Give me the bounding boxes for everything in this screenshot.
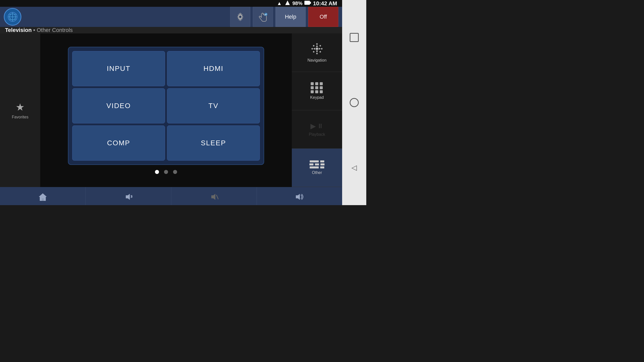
android-home-button[interactable] [347,95,362,110]
svg-rect-1 [304,1,310,5]
svg-marker-30 [211,194,215,200]
svg-line-31 [216,195,218,199]
wifi-icon: ▲ [277,1,282,6]
bottom-bar: HOME VOL- [0,187,342,205]
vol-down-button[interactable]: VOL- [86,187,171,205]
vol-down-icon [124,192,133,203]
svg-marker-26 [126,194,130,200]
settings-button[interactable] [230,7,250,27]
breadcrumb-main: Television [5,27,32,33]
navigation-label: Navigation [307,58,327,63]
keypad-icon [311,82,323,93]
android-nav-bar: ◁ [342,0,366,205]
right-sidebar: Navigation Keypad [292,33,342,187]
playback-label: Playback [309,132,325,137]
sleep-button[interactable]: SLEEP [167,125,260,161]
svg-point-16 [313,51,314,53]
keypad-label: Keypad [310,95,324,100]
sidebar-section-other[interactable]: Other [292,149,342,187]
square-icon [350,33,359,42]
svg-point-18 [313,45,314,47]
mute-button[interactable]: MUTE [171,187,257,205]
main-content: ★ Favorites INPUT HDMI VID [0,33,342,187]
off-button[interactable]: Off [308,7,338,27]
app-logo[interactable] [4,8,21,26]
help-button[interactable]: Help [275,7,306,27]
tv-button[interactable]: TV [167,88,260,123]
breadcrumb: Television • Other Controls [0,27,342,33]
hdmi-button[interactable]: HDMI [167,51,260,86]
home-label: HOME [36,205,49,205]
home-button[interactable]: HOME [0,187,86,205]
back-button[interactable]: ◁ [347,160,362,175]
cursor-button[interactable] [253,7,273,27]
sidebar-section-navigation[interactable]: Navigation [292,33,342,72]
svg-marker-0 [285,1,290,5]
navigation-icon [311,42,323,56]
favorites-button[interactable]: ★ Favorites [12,101,28,119]
sidebar-section-keypad[interactable]: Keypad [292,72,342,110]
top-bar: Help Off [0,7,342,27]
svg-point-13 [321,48,323,50]
status-bar: ▲ 98% 10:42 AM [0,0,342,7]
svg-marker-22 [319,48,321,50]
signal-icon [285,0,290,7]
sidebar-section-playback[interactable]: ▶⏸ Playback [292,110,342,149]
pagination-dot-3[interactable] [173,170,177,174]
other-icon [309,160,325,168]
svg-marker-32 [296,194,300,200]
vol-up-icon [295,192,304,203]
svg-rect-2 [310,2,311,4]
playback-icon: ▶⏸ [310,122,324,130]
input-button[interactable]: INPUT [72,51,165,86]
back-icon: ◁ [351,163,357,172]
mute-icon [209,192,218,203]
svg-rect-25 [42,198,44,201]
battery-percentage: 98% [292,1,302,6]
breadcrumb-separator: • [32,27,37,33]
svg-marker-20 [316,51,318,53]
home-icon [38,192,47,203]
svg-point-12 [319,45,321,47]
circle-icon [350,98,359,107]
svg-point-15 [316,53,318,54]
left-sidebar: ★ Favorites [0,33,40,187]
breadcrumb-sub: Other Controls [37,27,73,33]
pagination-dot-2[interactable] [164,170,168,174]
svg-point-14 [319,51,321,53]
mute-label: MUTE [208,205,220,205]
vol-up-button[interactable]: VOL+ [257,187,342,205]
svg-marker-19 [316,45,318,47]
svg-marker-21 [313,48,315,50]
other-label: Other [312,170,322,175]
vol-up-label: VOL+ [294,205,305,205]
time-display: 10:42 AM [313,0,337,7]
pagination-dots [155,170,177,174]
comp-button[interactable]: COMP [72,125,165,161]
battery-icon [304,0,311,7]
video-button[interactable]: VIDEO [72,88,165,123]
pagination-dot-1[interactable] [155,170,159,174]
svg-point-17 [311,48,313,50]
recent-apps-button[interactable] [347,30,362,45]
star-icon: ★ [16,101,25,113]
svg-point-23 [316,48,318,50]
svg-point-11 [316,43,318,45]
center-panel: INPUT HDMI VIDEO TV [40,33,292,187]
vol-down-label: VOL- [123,205,134,205]
control-button-grid: INPUT HDMI VIDEO TV [68,47,264,165]
